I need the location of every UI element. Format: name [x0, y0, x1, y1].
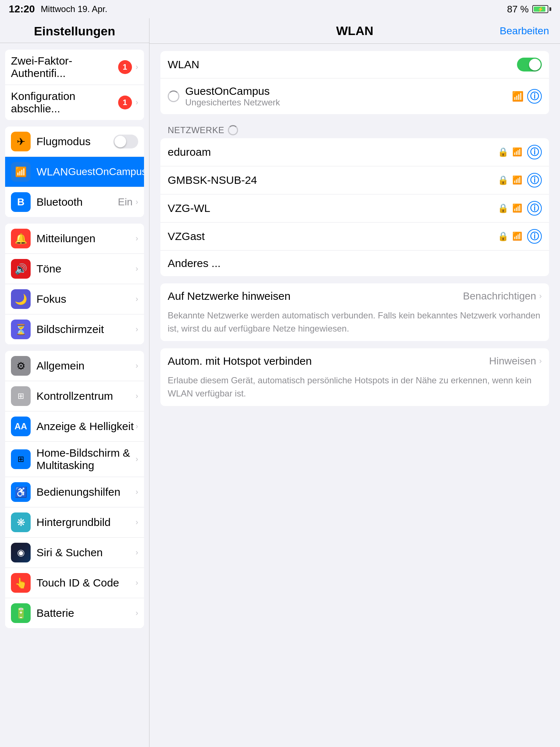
anzeige-chevron: › — [136, 422, 138, 431]
item-label-siri: Siri & Suchen — [36, 546, 136, 559]
networks-label: NETZWERKE — [168, 125, 224, 135]
connected-network-row[interactable]: GuestOnCampus Ungesichertes Netzwerk 📶 ⓘ — [160, 78, 549, 114]
date: Mittwoch 19. Apr. — [41, 4, 108, 14]
info-btn-eduroam[interactable]: ⓘ — [527, 145, 542, 159]
sidebar-item-siri[interactable]: ◉ Siri & Suchen › — [5, 538, 144, 568]
sidebar-item-hintergrundbild[interactable]: ❋ Hintergrundbild › — [5, 507, 144, 538]
anzeige-icon: AA — [11, 417, 31, 436]
sidebar-item-zwei-faktor[interactable]: Zwei-Faktor-Authentifi... 1 › — [5, 50, 144, 85]
connected-info-button[interactable]: ⓘ — [527, 89, 542, 104]
wifi-icon-vzgast: 📶 — [512, 232, 522, 241]
right-title: WLAN — [336, 24, 373, 38]
sidebar-item-toene[interactable]: 🔊 Töne › — [5, 254, 144, 284]
toene-chevron: › — [136, 264, 138, 274]
item-value-bluetooth: Ein — [118, 196, 132, 208]
batterie-chevron: › — [136, 608, 138, 618]
lock-icon-eduroam: 🔒 — [498, 147, 509, 157]
notify-row[interactable]: Auf Netzwerke hinweisen Benachrichtigen … — [160, 283, 549, 309]
sidebar-item-bedienungshilfen[interactable]: ♿ Bedienungshilfen › — [5, 477, 144, 507]
wlan-toggle-row: WLAN — [160, 51, 549, 78]
connected-spinner — [168, 90, 179, 102]
info-btn-vzgast[interactable]: ⓘ — [527, 229, 542, 244]
item-label-mitteilungen: Mitteilungen — [36, 232, 136, 245]
sidebar-item-fokus[interactable]: 🌙 Fokus › — [5, 284, 144, 314]
hotspot-row[interactable]: Autom. mit Hotspot verbinden Hinweisen › — [160, 348, 549, 374]
chevron-icon: › — [136, 62, 138, 72]
sidebar-item-anzeige[interactable]: AA Anzeige & Helligkeit › — [5, 411, 144, 442]
item-label-zwei-faktor: Zwei-Faktor-Authentifi... — [11, 55, 118, 80]
wifi-icon-vzgwl: 📶 — [512, 204, 522, 213]
item-label-bildschirmzeit: Bildschirmzeit — [36, 323, 136, 336]
lock-icon-gmbsk: 🔒 — [498, 175, 509, 185]
notify-chevron: › — [539, 291, 542, 301]
sidebar-item-allgemein[interactable]: ⚙ Allgemein › — [5, 351, 144, 381]
item-label-konfiguration: Konfiguration abschlie... — [11, 90, 118, 115]
item-value-wlan: GuestOnCampus — [68, 166, 144, 178]
sidebar-item-kontrollzentrum[interactable]: ⊞ Kontrollzentrum › — [5, 381, 144, 411]
connected-wifi-icon: 📶 — [512, 91, 524, 102]
badge-konfiguration: 1 — [118, 96, 132, 109]
sidebar-item-touchid[interactable]: 👆 Touch ID & Code › — [5, 568, 144, 598]
fokus-icon: 🌙 — [11, 289, 31, 309]
item-label-allgemein: Allgemein — [36, 360, 136, 372]
bluetooth-icon: B — [11, 192, 31, 212]
sidebar-item-wlan[interactable]: 📶 WLAN GuestOnCampus › — [5, 157, 144, 187]
network-row-gmbsk[interactable]: GMBSK-NSUB-24 🔒 📶 ⓘ — [160, 166, 549, 194]
status-right: 87 % ⚡ — [507, 4, 551, 15]
right-panel: WLAN Bearbeiten WLAN GuestOnCampus Unges… — [149, 18, 560, 747]
battery-percent: 87 % — [507, 4, 529, 15]
fokus-chevron: › — [136, 294, 138, 304]
mitteilungen-chevron: › — [136, 234, 138, 243]
item-label-kontrollzentrum: Kontrollzentrum — [36, 390, 136, 402]
batterie-icon: 🔋 — [11, 603, 31, 623]
bedienungshilfen-icon: ♿ — [11, 482, 31, 502]
network-row-vzgast[interactable]: VZGast 🔒 📶 ⓘ — [160, 222, 549, 251]
hotspot-value: Hinweisen — [489, 355, 536, 367]
notify-value: Benachrichtigen — [463, 290, 536, 302]
info-btn-gmbsk[interactable]: ⓘ — [527, 173, 542, 187]
network-name-eduroam: eduroam — [168, 146, 498, 158]
kontrollzentrum-icon: ⊞ — [11, 386, 31, 406]
item-label-fokus: Fokus — [36, 293, 136, 305]
item-label-home-bildschirm: Home-Bildschirm & Multitasking — [36, 447, 136, 472]
battery-icon: ⚡ — [532, 5, 551, 13]
lock-icon-vzgast: 🔒 — [498, 231, 509, 241]
network-row-vzgwl[interactable]: VZG-WL 🔒 📶 ⓘ — [160, 194, 549, 222]
sidebar-item-home-bildschirm[interactable]: ⊞ Home-Bildschirm & Multitasking › — [5, 442, 144, 477]
hotspot-desc: Erlaube diesem Gerät, automatisch persön… — [160, 374, 549, 406]
sidebar-item-batterie[interactable]: 🔋 Batterie › — [5, 598, 144, 628]
flugmodus-toggle[interactable] — [113, 135, 138, 148]
sidebar-item-bildschirmzeit[interactable]: ⏳ Bildschirmzeit › — [5, 314, 144, 344]
sidebar-title: Einstellungen — [7, 24, 142, 38]
sidebar-header: Einstellungen — [0, 18, 149, 43]
allgemein-chevron: › — [136, 361, 138, 371]
mitteilungen-icon: 🔔 — [11, 229, 31, 248]
chevron-icon: › — [136, 98, 138, 107]
notify-label: Auf Netzwerke hinweisen — [168, 290, 463, 302]
sidebar-item-flugmodus[interactable]: ✈ Flugmodus — [5, 127, 144, 157]
network-row-anderes[interactable]: Anderes ... — [160, 251, 549, 276]
edit-button[interactable]: Bearbeiten — [500, 25, 549, 37]
hintergrundbild-chevron: › — [136, 518, 138, 527]
sidebar-item-bluetooth[interactable]: B Bluetooth Ein › — [5, 187, 144, 217]
network-icons-vzgast: 🔒 📶 ⓘ — [498, 229, 542, 244]
hotspot-card: Autom. mit Hotspot verbinden Hinweisen ›… — [160, 348, 549, 406]
item-label-batterie: Batterie — [36, 607, 136, 619]
hotspot-label: Autom. mit Hotspot verbinden — [168, 355, 489, 367]
siri-icon: ◉ — [11, 543, 31, 562]
home-bildschirm-icon: ⊞ — [11, 449, 31, 469]
network-row-eduroam[interactable]: eduroam 🔒 📶 ⓘ — [160, 138, 549, 166]
wifi-icon-eduroam: 📶 — [512, 147, 522, 157]
item-label-flugmodus: Flugmodus — [36, 135, 113, 148]
wlan-toggle-switch[interactable] — [517, 58, 542, 71]
hintergrundbild-icon: ❋ — [11, 512, 31, 532]
sidebar-item-mitteilungen[interactable]: 🔔 Mitteilungen › — [5, 224, 144, 254]
wlan-main-card: WLAN GuestOnCampus Ungesichertes Netzwer… — [160, 51, 549, 114]
bluetooth-chevron: › — [136, 197, 138, 207]
sidebar-item-konfiguration[interactable]: Konfiguration abschlie... 1 › — [5, 85, 144, 120]
lock-icon-vzgwl: 🔒 — [498, 203, 509, 213]
info-btn-vzgwl[interactable]: ⓘ — [527, 201, 542, 216]
touchid-chevron: › — [136, 578, 138, 588]
sidebar-group-auth: Zwei-Faktor-Authentifi... 1 › Konfigurat… — [5, 50, 144, 120]
network-name-anderes: Anderes ... — [168, 257, 542, 270]
